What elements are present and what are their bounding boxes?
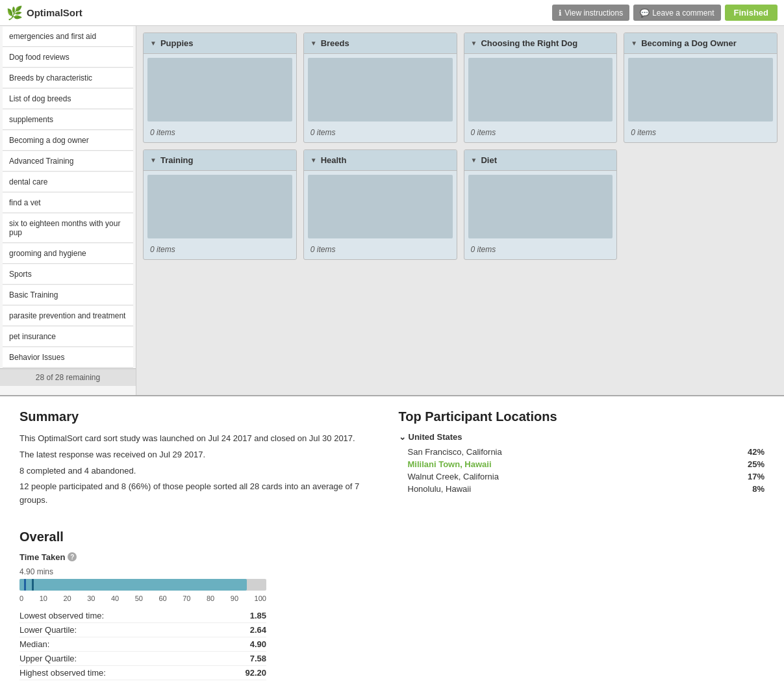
- view-instructions-button[interactable]: ℹ View instructions: [552, 5, 629, 21]
- summary-grid: Summary This OptimalSort card sort study…: [19, 409, 765, 510]
- time-taken-text: Time Taken: [19, 552, 65, 562]
- chevron-down-icon: ⌄: [399, 432, 406, 442]
- locations-title: Top Participant Locations: [399, 409, 765, 424]
- time-chart: [19, 579, 266, 591]
- card-puppies-header: ▼ Puppies: [144, 33, 296, 54]
- sidebar-remaining: 28 of 28 remaining: [0, 368, 136, 386]
- card-puppies-body: [147, 58, 292, 121]
- sidebar-item[interactable]: six to eighteen months with your pup: [3, 214, 133, 243]
- chevron-down-icon: ▼: [471, 157, 477, 164]
- sidebar-item[interactable]: Dog food reviews: [3, 47, 133, 68]
- locations-section: Top Participant Locations ⌄ United State…: [399, 409, 765, 510]
- stat-value: 4.90: [250, 639, 266, 649]
- card-becoming[interactable]: ▼ Becoming a Dog Owner 0 items: [624, 32, 778, 143]
- card-training[interactable]: ▼ Training 0 items: [143, 149, 297, 260]
- bottom-section: Summary This OptimalSort card sort study…: [0, 396, 784, 690]
- logo-icon: 🌿: [6, 5, 23, 21]
- city-pct: 17%: [748, 472, 765, 481]
- sidebar-item[interactable]: Behavior Issues: [3, 348, 133, 368]
- country-label: United States: [409, 432, 462, 442]
- time-taken-label: Time Taken ?: [19, 552, 765, 562]
- card-health[interactable]: ▼ Health 0 items: [303, 149, 457, 260]
- stat-value: 92.20: [245, 668, 266, 678]
- sidebar-item[interactable]: Advanced Training: [3, 151, 133, 172]
- city-label: Honolulu, Hawaii: [408, 484, 472, 494]
- location-row: Mililani Town, Hawaii 25%: [399, 458, 765, 470]
- card-choosing[interactable]: ▼ Choosing the Right Dog 0 items: [464, 32, 618, 143]
- chart-value-label: 4.90 mins: [19, 567, 765, 576]
- city-label: Walnut Creek, California: [408, 472, 499, 481]
- chart-marker-median: [32, 579, 34, 591]
- chart-marker-min: [24, 579, 26, 591]
- card-diet-header: ▼ Diet: [464, 150, 617, 171]
- card-diet[interactable]: ▼ Diet 0 items: [464, 149, 618, 260]
- card-training-count: 0 items: [144, 242, 296, 259]
- sidebar-item[interactable]: emergencies and first aid: [3, 27, 133, 47]
- card-choosing-count: 0 items: [464, 125, 617, 142]
- chart-bar-background: [19, 579, 266, 591]
- time-taken-info-icon[interactable]: ?: [68, 552, 77, 561]
- summary-line1: This OptimalSort card sort study was lau…: [19, 432, 386, 446]
- sidebar-item[interactable]: find a vet: [3, 193, 133, 213]
- comment-label: Leave a comment: [652, 8, 714, 18]
- sidebar-item[interactable]: dental care: [3, 172, 133, 192]
- card-area: ▼ Puppies 0 items ▼ Breeds 0 items ▼ Cho…: [136, 26, 784, 395]
- summary-section: Summary This OptimalSort card sort study…: [19, 409, 386, 510]
- summary-line4: 12 people participated and 8 (66%) of th…: [19, 480, 386, 507]
- card-becoming-body: [628, 58, 773, 121]
- city-pct: 42%: [748, 447, 765, 457]
- leave-comment-button[interactable]: 💬 Leave a comment: [633, 5, 720, 21]
- info-icon: ℹ: [559, 8, 562, 18]
- sidebar: emergencies and first aid Dog food revie…: [0, 26, 136, 395]
- card-breeds-header: ▼ Breeds: [304, 33, 457, 54]
- card-choosing-body: [468, 58, 613, 121]
- sidebar-item[interactable]: supplements: [3, 110, 133, 130]
- card-choosing-title: Choosing the Right Dog: [481, 38, 577, 48]
- stat-label: Highest observed time:: [19, 668, 106, 678]
- logo: 🌿 OptimalSort: [6, 5, 82, 21]
- summary-line3: 8 completed and 4 abandoned.: [19, 465, 386, 478]
- stat-value: 1.85: [250, 611, 266, 620]
- sidebar-item[interactable]: Basic Training: [3, 285, 133, 305]
- sidebar-item[interactable]: parasite prevention and treatment: [3, 306, 133, 326]
- chevron-down-icon: ▼: [310, 157, 317, 164]
- sidebar-item[interactable]: pet insurance: [3, 327, 133, 347]
- stat-label: Upper Quartile:: [19, 654, 77, 663]
- instructions-label: View instructions: [564, 8, 623, 18]
- chevron-down-icon: ▼: [310, 40, 317, 47]
- sidebar-item[interactable]: List of dog breeds: [3, 89, 133, 109]
- stat-label: Lowest observed time:: [19, 611, 104, 620]
- stats-row: Upper Quartile: 7.58: [19, 652, 266, 666]
- city-pct: 8%: [752, 484, 765, 494]
- sidebar-item[interactable]: Breeds by characteristic: [3, 68, 133, 88]
- card-diet-count: 0 items: [464, 242, 617, 259]
- comment-icon: 💬: [640, 8, 650, 18]
- location-row: Walnut Creek, California 17%: [399, 470, 765, 483]
- sidebar-item[interactable]: grooming and hygiene: [3, 244, 133, 264]
- card-puppies[interactable]: ▼ Puppies 0 items: [143, 32, 297, 143]
- stat-value: 7.58: [250, 654, 266, 663]
- card-breeds[interactable]: ▼ Breeds 0 items: [303, 32, 457, 143]
- card-health-title: Health: [321, 155, 347, 165]
- chevron-down-icon: ▼: [631, 40, 637, 47]
- card-becoming-header: ▼ Becoming a Dog Owner: [624, 33, 777, 54]
- summary-title: Summary: [19, 409, 386, 424]
- card-diet-title: Diet: [481, 155, 497, 165]
- card-training-title: Training: [160, 155, 194, 165]
- card-training-body: [147, 175, 292, 238]
- city-pct: 25%: [748, 459, 765, 469]
- location-row: San Francisco, California 42%: [399, 446, 765, 458]
- stats-row: Lower Quartile: 2.64: [19, 623, 266, 637]
- card-choosing-header: ▼ Choosing the Right Dog: [464, 33, 617, 54]
- sidebar-item[interactable]: Becoming a dog owner: [3, 131, 133, 151]
- stat-value: 2.64: [250, 625, 266, 635]
- overall-title: Overall: [19, 530, 765, 544]
- location-country: ⌄ United States: [399, 432, 765, 442]
- stats-row: Highest observed time: 92.20: [19, 666, 266, 680]
- card-training-header: ▼ Training: [144, 150, 296, 171]
- finished-button[interactable]: Finished: [725, 5, 778, 21]
- chart-axis: 0 10 20 30 40 50 60 70 80 90 100: [19, 594, 266, 602]
- card-health-header: ▼ Health: [304, 150, 457, 171]
- sidebar-item[interactable]: Sports: [3, 264, 133, 285]
- chevron-down-icon: ▼: [150, 40, 157, 47]
